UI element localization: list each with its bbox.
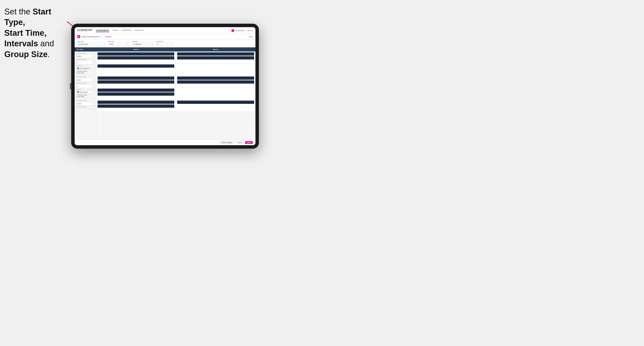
intervals-group: Intervals 10 Minutes ▾ [132,41,154,46]
player-o-1b-1[interactable]: ○ [172,65,173,67]
back-button[interactable]: Back [249,36,253,38]
player-x-1-1[interactable]: ✕ [170,53,171,55]
player-o-2b-2[interactable]: ○ [172,94,173,95]
player-x-1b-1[interactable]: ✕ [170,65,171,67]
time-stepper-2[interactable]: ▲ ▼ [92,79,94,81]
player-row-5-2: ✕ ○ [98,105,174,108]
team1-cell-1: ✕ ○ ✕ ○ [96,51,176,63]
start-type-label: Start Type [77,41,105,42]
user-avatar [231,29,234,32]
team2-cell-2b [176,88,256,100]
player-o-1-1[interactable]: ○ [172,53,173,55]
player-x-4-2[interactable]: ✕ [250,81,251,83]
remove-group-1[interactable]: ○ Remove Group [76,70,94,72]
nav-tab-rankings[interactable]: RANKINGS [135,29,144,32]
th-team2: Team 2 [176,47,256,51]
player-o-3-1[interactable]: ○ [172,78,173,79]
hole-stepper-2[interactable]: ▲ ▼ [92,85,94,87]
table-header: Tee Time Team 1 Team 2 [75,47,256,51]
tournament-name: Clippd Invitational (Mar...) [82,36,101,38]
course-remove-2[interactable]: ✕ [92,91,94,93]
player-row-4-2: ✕ ○ [177,80,254,84]
intervals-label: Intervals [132,41,154,42]
sign-out-link[interactable]: Sign out [247,30,253,31]
player-x-2-2[interactable]: ✕ [250,57,251,59]
start-time-label: Start Time [108,41,130,42]
player-o-2-2[interactable]: ○ [252,57,253,59]
player-row-2-1: ✕ ○ [177,52,254,56]
player-o-3-2[interactable]: ○ [172,81,173,83]
player-o-2-1[interactable]: ○ [252,53,253,55]
save-button[interactable]: Save [245,141,253,144]
player-row-3-2: ✕ ○ [98,80,174,84]
player-x-4-1[interactable]: ✕ [250,77,251,79]
group-size-select[interactable]: 3 ▾ [156,43,174,46]
player-row-1-2: ✕ ○ [98,56,174,59]
player-o-1-2[interactable]: ○ [172,57,173,59]
course-label-1: COURSE: [76,65,94,66]
player-o-6-1[interactable]: ○ [252,102,253,103]
starting-time-input-1[interactable]: 10:00 ▲ ▼ [76,54,94,58]
group-size-chevron: ▾ [172,43,172,45]
start-time-select[interactable]: 10:00 🕐 [108,43,130,46]
cancel-button[interactable]: Cancel [235,141,244,144]
starting-hole-input-2[interactable]: 1 ▲ ▼ [76,84,94,88]
remove-group-2[interactable]: ○ Remove Group [76,94,94,96]
intervals-select[interactable]: 10 Minutes ▾ [132,43,154,46]
player-row-4-1: ✕ ○ [177,76,254,80]
player-x-6-1[interactable]: ✕ [250,101,251,103]
clipped-icon: C [77,35,80,38]
start-type-select[interactable]: 1st Tee Start ▾ [77,43,105,46]
team2-cell-3: ✕ ○ [176,100,256,112]
player-row-6-1: ✕ ○ [177,101,254,104]
starting-hole-label-1: STARTING HOLE: [76,59,94,60]
th-tee-time: Tee Time [75,47,96,51]
player-o-2b-1[interactable]: ○ [172,90,173,91]
player-x-5-1[interactable]: ✕ [170,101,171,103]
bottom-bar: Reset Changes Cancel Save [75,140,256,145]
player-x-3-2[interactable]: ✕ [170,81,171,83]
add-group-2[interactable]: + Add Group [76,96,94,97]
reset-changes-button[interactable]: Reset Changes [220,141,234,144]
player-x-5-2[interactable]: ✕ [170,105,171,107]
player-o-4-1[interactable]: ○ [252,78,253,79]
hosting-tag: Hosting [104,36,112,38]
nav-bar: SCOREBOARD Powered by clipp.io TOURNAMEN… [75,27,256,34]
group-size-group: Group Size 3 ▾ [156,41,174,46]
nav-tab-tournaments[interactable]: TOURNAMENTS [96,29,109,32]
hole-stepper-1[interactable]: ▲ ▼ [92,61,94,64]
time-stepper-3[interactable]: ▲ ▼ [92,102,94,105]
starting-time-input-3[interactable]: 10:20 ▲ ▼ [76,102,94,106]
player-x-2b-1[interactable]: ✕ [170,89,171,91]
player-row-1b-1: ✕ ○ [98,64,174,68]
time-stepper-1[interactable]: ▲ ▼ [92,55,94,57]
course-tag-2[interactable]: East Lake GC ✕ [76,90,94,94]
player-o-5-1[interactable]: ○ [172,102,173,103]
logo: SCOREBOARD Powered by clipp.io [77,29,92,32]
th-team1: Team 1 [96,47,176,51]
start-time-group: Start Time 10:00 🕐 [108,41,130,46]
course-tag-1[interactable]: (A) Peachtree GC ✕ [76,67,94,70]
start-time-chevron: 🕐 [127,43,128,45]
start-type-group: Start Type 1st Tee Start ▾ [77,41,105,46]
user-email: blair@clippd.io [235,30,245,31]
nav-tab-committee[interactable]: COMMITTEE [121,29,132,32]
course-remove-1[interactable]: ✕ [92,67,94,69]
player-x-3-1[interactable]: ✕ [170,77,171,79]
add-group-1[interactable]: + Add Group [76,72,94,74]
player-x-1-2[interactable]: ✕ [170,57,171,59]
nav-tab-teams[interactable]: TEAMS [112,29,118,32]
player-o-4-2[interactable]: ○ [252,81,253,83]
starting-hole-input-1[interactable]: 1 ▲ ▼ [76,61,94,64]
player-x-2b-2[interactable]: ✕ [170,93,171,95]
player-x-2-1[interactable]: ✕ [250,53,251,55]
team1-cell-2: ✕ ○ ✕ ○ [96,76,176,87]
team-row-1: ✕ ○ ✕ ○ ✕ ○ ✕ [96,51,256,64]
starting-time-input-2[interactable]: 10:10 ▲ ▼ [76,78,94,82]
player-row-2b-2: ✕ ○ [98,92,174,96]
starting-hole-label-3: STARTING HOLE: [76,106,94,108]
player-o-5-2[interactable]: ○ [172,106,173,107]
group-section-3: STARTING TIME: 10:20 ▲ ▼ STARTING HOLE: [75,99,96,109]
group-section-1: STARTING TIME: 10:00 ▲ ▼ STARTING HOLE: … [75,51,96,75]
team1-cell-3: ✕ ○ ✕ ○ [96,100,176,112]
